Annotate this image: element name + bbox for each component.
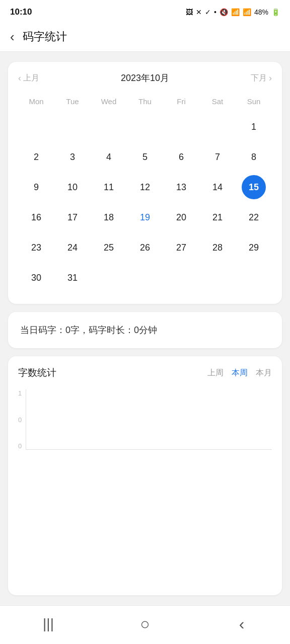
daily-stats-text: 当日码字：0字，码字时长：0分钟: [20, 324, 270, 336]
word-count-card: 字数统计 上周本周本月 100: [8, 356, 282, 595]
today-date: 15: [242, 175, 266, 199]
prev-month-button[interactable]: ‹ 上月: [18, 73, 39, 84]
back-button[interactable]: ‹: [10, 30, 15, 43]
calendar-day[interactable]: 18: [91, 203, 127, 231]
calendar-day[interactable]: 8: [236, 143, 272, 171]
calendar-day[interactable]: 20: [163, 203, 199, 231]
chevron-left-icon: ‹: [18, 73, 21, 84]
chart-bar-column: [64, 389, 96, 449]
calendar-day[interactable]: 31: [54, 264, 91, 292]
calendar-day[interactable]: 30: [18, 264, 54, 292]
status-time: 10:10: [10, 7, 32, 17]
chart-y-label: 0: [18, 442, 22, 450]
back-nav-button[interactable]: ‹: [227, 614, 257, 634]
chart-bars: [26, 389, 272, 450]
status-bar: 10:10 🖼 ✕ ✓ • 🔇 📶 📶 48% 🔋: [0, 0, 290, 22]
calendar-weekdays: MonTueWedThuFriSatSun: [18, 94, 272, 109]
topbar: ‹ 码字统计: [0, 22, 290, 52]
next-month-button[interactable]: 下月 ›: [251, 73, 272, 84]
calendar-grid: 1234567891011121314151617181920212223242…: [18, 113, 272, 292]
weekday-label: Wed: [91, 94, 127, 109]
calendar-day: [163, 113, 199, 141]
weekday-label: Mon: [18, 94, 54, 109]
check-icon: ✓: [205, 8, 211, 16]
calendar-card: ‹ 上月 2023年10月 下月 › MonTueWedThuFriSatSun…: [8, 62, 282, 304]
prev-month-label: 上月: [23, 73, 39, 84]
chart-area: 100: [18, 389, 272, 450]
calendar-day[interactable]: 24: [54, 233, 91, 262]
calendar-day[interactable]: 4: [91, 143, 127, 171]
calendar-day[interactable]: 10: [54, 173, 91, 201]
battery-icon: 🔋: [271, 8, 280, 16]
weekday-label: Thu: [127, 94, 163, 109]
calendar-day[interactable]: 3: [54, 143, 91, 171]
word-count-tab[interactable]: 上周: [207, 368, 224, 378]
chart-bar-column: [202, 389, 233, 449]
calendar-day[interactable]: 14: [199, 173, 236, 201]
calendar-day[interactable]: 22: [236, 203, 272, 231]
chart-y-label: 0: [18, 416, 22, 424]
calendar-day[interactable]: 26: [127, 233, 163, 262]
signal-icon: 📶: [243, 8, 251, 16]
calendar-day[interactable]: 16: [18, 203, 54, 231]
calendar-day[interactable]: 27: [163, 233, 199, 262]
word-count-tabs: 上周本周本月: [207, 368, 272, 378]
daily-stats-card: 当日码字：0字，码字时长：0分钟: [8, 312, 282, 348]
calendar-day[interactable]: 5: [127, 143, 163, 171]
word-count-title: 字数统计: [18, 366, 56, 379]
calendar-day[interactable]: 29: [236, 233, 272, 262]
menu-button[interactable]: |||: [33, 614, 63, 634]
calendar-day[interactable]: 2: [18, 143, 54, 171]
bottom-nav: ||| ○ ‹: [0, 605, 290, 644]
dot-icon: •: [214, 8, 216, 16]
calendar-day: [236, 264, 272, 292]
chart-bar-column: [133, 389, 165, 449]
calendar-day[interactable]: 11: [91, 173, 127, 201]
photo-icon: 🖼: [186, 8, 193, 16]
calendar-day[interactable]: 28: [199, 233, 236, 262]
word-count-header: 字数统计 上周本周本月: [18, 366, 272, 379]
calendar-day[interactable]: 9: [18, 173, 54, 201]
weekday-label: Tue: [54, 94, 91, 109]
chart-y-label: 1: [18, 389, 22, 397]
battery-text: 48%: [254, 8, 268, 16]
chevron-right-icon: ›: [269, 73, 272, 84]
main-content: ‹ 上月 2023年10月 下月 › MonTueWedThuFriSatSun…: [0, 52, 290, 605]
weekday-label: Sat: [199, 94, 236, 109]
next-month-label: 下月: [251, 73, 267, 84]
calendar-day[interactable]: 23: [18, 233, 54, 262]
calendar-day: [163, 264, 199, 292]
weekday-label: Fri: [163, 94, 199, 109]
calendar-day: [199, 264, 236, 292]
chart-bar-column: [168, 389, 199, 449]
chart-y-axis: 100: [18, 389, 26, 450]
mute-icon: 🔇: [220, 8, 228, 16]
calendar-day[interactable]: 12: [127, 173, 163, 201]
wifi-icon: 📶: [231, 8, 240, 16]
calendar-day: [199, 113, 236, 141]
calendar-day[interactable]: 6: [163, 143, 199, 171]
word-count-tab[interactable]: 本周: [232, 368, 248, 378]
calendar-day[interactable]: 17: [54, 203, 91, 231]
calendar-day[interactable]: 15: [236, 173, 272, 201]
calendar-day[interactable]: 13: [163, 173, 199, 201]
calendar-day: [91, 264, 127, 292]
calendar-day[interactable]: 21: [199, 203, 236, 231]
x-icon: ✕: [196, 8, 202, 16]
calendar-day[interactable]: 25: [91, 233, 127, 262]
calendar-day: [54, 113, 91, 141]
chart-bar-column: [237, 389, 268, 449]
chart-bar-column: [30, 389, 61, 449]
calendar-day: [127, 264, 163, 292]
calendar-day[interactable]: 19: [127, 203, 163, 231]
home-button[interactable]: ○: [130, 614, 160, 634]
status-icons: 🖼 ✕ ✓ • 🔇 📶 📶 48% 🔋: [186, 8, 280, 16]
calendar-day: [18, 113, 54, 141]
calendar-day[interactable]: 7: [199, 143, 236, 171]
page-title: 码字统计: [23, 29, 67, 44]
calendar-nav: ‹ 上月 2023年10月 下月 ›: [18, 72, 272, 84]
calendar-month-title: 2023年10月: [121, 72, 169, 84]
calendar-day: [91, 113, 127, 141]
calendar-day[interactable]: 1: [236, 113, 272, 141]
word-count-tab[interactable]: 本月: [256, 368, 272, 378]
